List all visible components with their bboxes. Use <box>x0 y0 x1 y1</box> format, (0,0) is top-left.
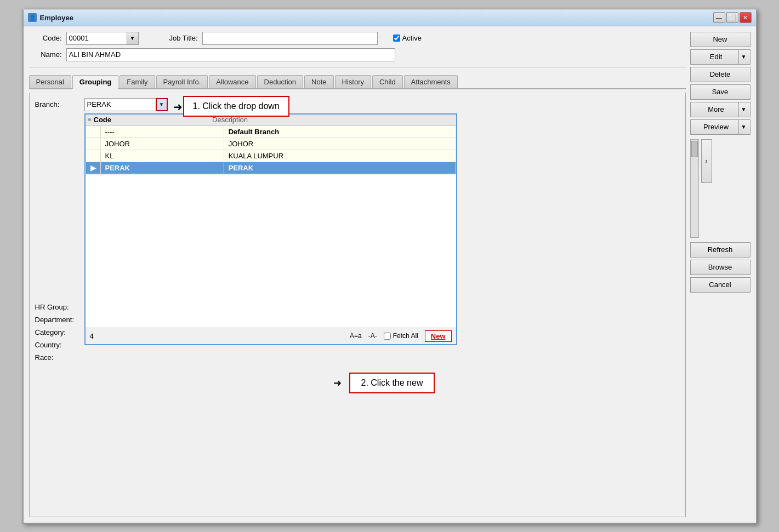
tab-child[interactable]: Child <box>372 75 403 88</box>
active-label: Active <box>402 34 422 42</box>
row-description: Default Branch <box>224 125 456 138</box>
popup-col-code: Code <box>94 116 112 124</box>
tab-allowance[interactable]: Allowance <box>209 75 255 88</box>
table-row[interactable]: ▶ PERAK PERAK <box>86 162 456 174</box>
branch-dropdown-btn[interactable]: ▼ <box>156 98 168 111</box>
table-row[interactable]: ---- Default Branch <box>86 125 456 138</box>
title-bar: 👤 Employee — ⬜ ✕ <box>24 10 756 26</box>
edit-label: Edit <box>694 53 738 61</box>
preview-arrow[interactable]: ▼ <box>738 120 747 134</box>
row-description: JOHOR <box>224 138 456 150</box>
row-indicator <box>86 138 100 150</box>
name-label: Name: <box>29 50 62 59</box>
fetch-all-label: Fetch All <box>393 332 418 340</box>
maximize-button[interactable]: ⬜ <box>726 12 738 23</box>
more-button[interactable]: More ▼ <box>690 102 750 117</box>
fetch-all-area: Fetch All <box>384 332 418 340</box>
side-expand: › <box>701 139 712 183</box>
callout2-text: 2. Click the new <box>361 378 423 388</box>
table-row[interactable]: JOHOR JOHOR <box>86 138 456 150</box>
minimize-button[interactable]: — <box>713 12 725 23</box>
branch-dropdown-popup: ≡ Code Description ---- Default Branch <box>84 113 457 345</box>
edit-arrow[interactable]: ▼ <box>738 50 747 64</box>
save-button[interactable]: Save <box>690 84 750 100</box>
jobtitle-label: Job Title: <box>154 34 198 42</box>
row-indicator <box>86 150 100 162</box>
close-button[interactable]: ✕ <box>740 12 752 23</box>
row-code: JOHOR <box>100 138 224 150</box>
popup-footer: 4 A=a -A- Fetch All New <box>86 328 456 344</box>
branch-row: Branch: PERAK ▼ ➜ 1. Click the drop down <box>35 98 680 111</box>
tab-grouping[interactable]: Grouping <box>72 75 119 89</box>
edit-button[interactable]: Edit ▼ <box>690 49 750 65</box>
row-code: PERAK <box>100 162 224 174</box>
fetch-all-checkbox[interactable] <box>384 333 391 340</box>
browse-button[interactable]: Browse <box>690 260 750 275</box>
preview-button[interactable]: Preview ▼ <box>690 119 750 135</box>
tab-payroll-info[interactable]: Payroll Info. <box>156 75 208 88</box>
jobtitle-input[interactable] <box>202 32 378 45</box>
name-input[interactable] <box>66 48 395 61</box>
country-label: Country: <box>35 341 84 349</box>
row-code: KL <box>100 150 224 162</box>
popup-footer-controls: A=a -A- Fetch All New <box>350 330 451 342</box>
right-panel: New Edit ▼ Delete Save More ▼ Preview ▼ <box>690 32 750 517</box>
scrollbar-section: › <box>690 139 750 238</box>
more-label: More <box>694 105 738 113</box>
popup-count: 4 <box>90 332 94 340</box>
more-arrow[interactable]: ▼ <box>738 102 747 117</box>
popup-col-description-header: Description <box>212 116 453 124</box>
code-dropdown-btn[interactable]: ▼ <box>127 32 139 45</box>
table-row[interactable]: KL KUALA LUMPUR <box>86 150 456 162</box>
branch-area: PERAK ▼ ➜ 1. Click the drop down ≡ <box>84 98 168 111</box>
tab-deduction[interactable]: Deduction <box>257 75 304 88</box>
main-content: Code: 00001 ▼ Job Title: Active Name: <box>24 26 756 523</box>
expand-btn[interactable]: › <box>701 139 712 183</box>
preview-label: Preview <box>694 123 738 131</box>
title-bar-buttons: — ⬜ ✕ <box>713 12 752 23</box>
row-code: ---- <box>100 125 224 138</box>
callout2-box: 2. Click the new <box>349 373 435 393</box>
row-description: PERAK <box>224 162 456 174</box>
row-indicator <box>86 125 100 138</box>
new-popup-button[interactable]: New <box>425 330 452 342</box>
tab-note[interactable]: Note <box>304 75 333 88</box>
ab-label: -A- <box>368 332 377 340</box>
tab-history[interactable]: History <box>335 75 371 88</box>
cancel-button[interactable]: Cancel <box>690 277 750 293</box>
branch-label: Branch: <box>35 100 84 108</box>
separator <box>29 67 686 67</box>
scrollbar[interactable] <box>690 139 699 238</box>
callout1-box: 1. Click the drop down <box>183 96 289 117</box>
popup-header-icon: ≡ <box>88 116 92 123</box>
row-description: KUALA LUMPUR <box>224 150 456 162</box>
callout1-arrow: ➜ <box>173 100 183 113</box>
code-row: Code: 00001 ▼ Job Title: Active <box>29 32 686 45</box>
scroll-thumb <box>691 141 698 157</box>
tabs: Personal Grouping Family Payroll Info. A… <box>29 75 686 89</box>
code-input[interactable]: 00001 <box>66 32 127 45</box>
code-select-wrapper: 00001 ▼ <box>66 32 139 45</box>
window-title: Employee <box>40 14 713 22</box>
name-row: Name: <box>29 48 686 61</box>
department-label: Department: <box>35 316 84 324</box>
tab-personal[interactable]: Personal <box>29 75 71 88</box>
delete-button[interactable]: Delete <box>690 67 750 82</box>
new-button[interactable]: New <box>690 32 750 47</box>
employee-window: 👤 Employee — ⬜ ✕ Code: 00001 ▼ Job Title… <box>22 9 757 524</box>
window-icon: 👤 <box>28 13 37 22</box>
aea-label: A=a <box>350 332 362 340</box>
row-indicator: ▶ <box>86 162 100 174</box>
code-label: Code: <box>29 34 62 42</box>
tab-content-grouping: Branch: PERAK ▼ ➜ 1. Click the drop down <box>29 93 686 517</box>
branch-input[interactable]: PERAK <box>84 98 156 111</box>
refresh-button[interactable]: Refresh <box>690 242 750 258</box>
right-buttons: New Edit ▼ Delete Save More ▼ Preview ▼ <box>690 32 750 293</box>
race-row: Race: <box>35 353 680 362</box>
tab-attachments[interactable]: Attachments <box>404 75 458 88</box>
popup-table: ---- Default Branch JOHOR JOHOR <box>86 125 456 174</box>
tab-family[interactable]: Family <box>120 75 155 88</box>
form-area: Code: 00001 ▼ Job Title: Active Name: <box>29 32 686 517</box>
active-checkbox[interactable] <box>393 35 400 42</box>
callout1-text: 1. Click the drop down <box>193 101 280 111</box>
